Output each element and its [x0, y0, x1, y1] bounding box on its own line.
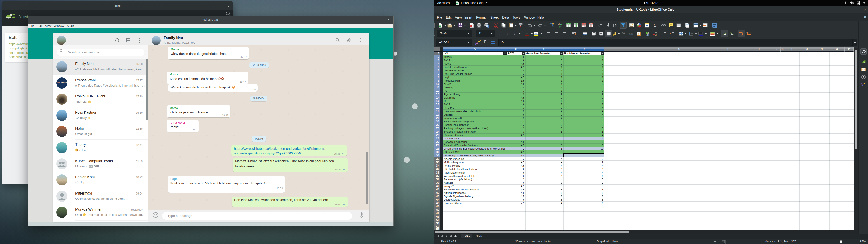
svg-text:.00: .00	[655, 32, 657, 34]
svg-text:.00: .00	[647, 34, 649, 36]
svg-text:%: %	[622, 32, 625, 36]
svg-text:fx: fx	[475, 40, 478, 44]
svg-text:a: a	[507, 32, 508, 35]
svg-text:a: a	[499, 32, 500, 35]
svg-text:Ω: Ω	[654, 23, 657, 28]
svg-text:0.0: 0.0	[629, 32, 633, 35]
svg-text:a: a	[514, 32, 515, 35]
svg-text:fx: fx	[861, 83, 863, 87]
svg-text:.0: .0	[655, 34, 657, 36]
svg-text:a: a	[526, 31, 528, 35]
svg-text:3: 3	[638, 33, 639, 35]
